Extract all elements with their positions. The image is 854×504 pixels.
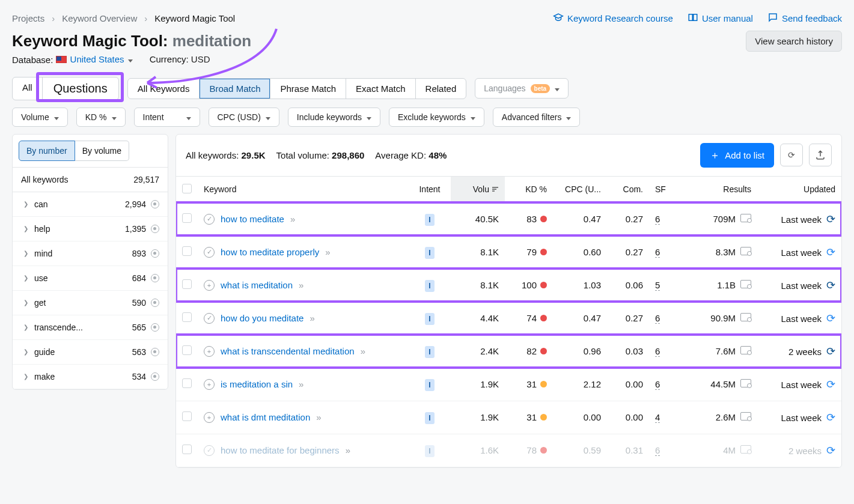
sidebar-group[interactable]: ❯can 2,994 <box>13 192 168 217</box>
crumb-projects[interactable]: Projects <box>12 13 44 23</box>
eye-icon[interactable] <box>151 274 159 282</box>
keyword-link[interactable]: how to meditate properly <box>221 247 319 257</box>
open-keyword-icon[interactable]: » <box>299 280 302 290</box>
link-send-feedback[interactable]: Send feedback <box>767 12 842 25</box>
crumb-overview[interactable]: Keyword Overview <box>62 13 137 23</box>
filter-intent[interactable]: Intent <box>134 108 200 127</box>
tab-all[interactable]: All <box>13 77 43 100</box>
sidebar-group[interactable]: ❯guide 563 <box>13 340 168 365</box>
refresh-button[interactable]: ⟳ <box>780 144 803 166</box>
sidebar-group[interactable]: ❯transcende... 565 <box>13 315 168 340</box>
plus-circle-icon[interactable] <box>204 280 215 291</box>
check-circle-icon[interactable] <box>204 445 215 456</box>
tab-phrase-match[interactable]: Phrase Match <box>270 79 346 99</box>
col-kd[interactable]: KD % <box>505 177 553 203</box>
sidebar-all-keywords[interactable]: All keywords 29,517 <box>13 168 168 192</box>
filter-include-keywords[interactable]: Include keywords <box>288 108 380 127</box>
add-to-list-button[interactable]: ＋ Add to list <box>700 143 774 168</box>
refresh-row-icon[interactable]: ⟳ <box>826 246 835 258</box>
row-checkbox[interactable] <box>182 279 192 289</box>
select-all-checkbox[interactable] <box>182 184 192 193</box>
languages-dropdown[interactable]: Languages beta <box>475 78 569 99</box>
serp-snapshot-icon[interactable] <box>740 412 751 421</box>
serp-snapshot-icon[interactable] <box>740 247 751 255</box>
col-intent[interactable]: Intent <box>409 177 451 203</box>
keyword-link[interactable]: is meditation a sin <box>221 379 293 389</box>
tab-broad-match[interactable]: Broad Match <box>200 79 270 99</box>
filter-advanced[interactable]: Advanced filters <box>493 108 581 127</box>
serp-snapshot-icon[interactable] <box>740 313 751 321</box>
keyword-link[interactable]: what is meditation <box>221 280 293 290</box>
open-keyword-icon[interactable]: » <box>316 412 319 422</box>
row-checkbox[interactable] <box>182 213 192 223</box>
row-checkbox[interactable] <box>182 246 192 256</box>
col-volume[interactable]: Volu <box>451 177 505 203</box>
check-circle-icon[interactable] <box>204 214 215 225</box>
open-keyword-icon[interactable]: » <box>361 346 364 356</box>
eye-icon[interactable] <box>151 348 159 356</box>
col-cpc[interactable]: CPC (U... <box>553 177 607 203</box>
serp-snapshot-icon[interactable] <box>740 379 751 387</box>
open-keyword-icon[interactable]: » <box>325 247 328 257</box>
filter-volume[interactable]: Volume <box>12 108 68 127</box>
tab-by-number[interactable]: By number <box>19 141 75 161</box>
eye-icon[interactable] <box>151 299 159 307</box>
tab-by-volume[interactable]: By volume <box>75 141 129 161</box>
refresh-row-icon[interactable]: ⟳ <box>826 213 835 225</box>
tab-questions[interactable]: Questions <box>43 77 118 100</box>
link-user-manual[interactable]: User manual <box>688 12 753 25</box>
serp-snapshot-icon[interactable] <box>740 445 751 454</box>
refresh-row-icon[interactable]: ⟳ <box>826 279 835 291</box>
eye-icon[interactable] <box>151 372 159 381</box>
eye-icon[interactable] <box>151 225 159 233</box>
refresh-row-icon[interactable]: ⟳ <box>826 312 835 324</box>
keyword-link[interactable]: what is transcendental meditation <box>221 346 355 356</box>
row-checkbox[interactable] <box>182 411 192 421</box>
row-checkbox[interactable] <box>182 345 192 355</box>
open-keyword-icon[interactable]: » <box>299 379 302 389</box>
col-keyword[interactable]: Keyword <box>198 177 409 203</box>
row-checkbox[interactable] <box>182 378 192 388</box>
sidebar-group[interactable]: ❯get 590 <box>13 291 168 315</box>
col-updated[interactable]: Updated <box>757 177 841 203</box>
sidebar-group[interactable]: ❯help 1,395 <box>13 217 168 241</box>
open-keyword-icon[interactable]: » <box>346 445 349 455</box>
check-circle-icon[interactable] <box>204 247 215 258</box>
eye-icon[interactable] <box>151 323 159 332</box>
keyword-link[interactable]: how do you meditate <box>221 313 303 323</box>
database-selector[interactable]: United States <box>56 54 133 64</box>
row-checkbox[interactable] <box>182 445 192 454</box>
sidebar-group[interactable]: ❯use 684 <box>13 266 168 291</box>
serp-snapshot-icon[interactable] <box>740 214 751 222</box>
view-search-history-button[interactable]: View search history <box>746 31 842 52</box>
plus-circle-icon[interactable] <box>204 379 215 390</box>
keyword-link[interactable]: how to meditate for beginners <box>221 445 340 455</box>
refresh-row-icon[interactable]: ⟳ <box>826 378 835 390</box>
filter-exclude-keywords[interactable]: Exclude keywords <box>389 108 484 127</box>
check-circle-icon[interactable] <box>204 313 215 324</box>
refresh-row-icon[interactable]: ⟳ <box>826 345 835 357</box>
eye-icon[interactable] <box>151 249 159 258</box>
col-sf[interactable]: SF <box>649 177 679 203</box>
row-checkbox[interactable] <box>182 312 192 322</box>
serp-snapshot-icon[interactable] <box>740 346 751 354</box>
keyword-link[interactable]: how to meditate <box>221 214 284 224</box>
tab-exact-match[interactable]: Exact Match <box>346 79 416 99</box>
filter-kd[interactable]: KD % <box>76 108 126 127</box>
filter-cpc[interactable]: CPC (USD) <box>209 108 279 127</box>
refresh-row-icon[interactable]: ⟳ <box>826 445 835 457</box>
sidebar-group[interactable]: ❯mind 893 <box>13 241 168 266</box>
link-research-course[interactable]: Keyword Research course <box>553 12 673 25</box>
export-button[interactable] <box>809 144 832 166</box>
serp-snapshot-icon[interactable] <box>740 280 751 288</box>
tab-related[interactable]: Related <box>416 79 466 99</box>
tab-all-keywords[interactable]: All Keywords <box>128 79 200 99</box>
col-com[interactable]: Com. <box>607 177 649 203</box>
keyword-link[interactable]: what is dmt meditation <box>221 412 310 422</box>
sidebar-group[interactable]: ❯make 534 <box>13 365 168 389</box>
open-keyword-icon[interactable]: » <box>310 313 313 323</box>
plus-circle-icon[interactable] <box>204 412 215 423</box>
col-results[interactable]: Results <box>679 177 757 203</box>
refresh-row-icon[interactable]: ⟳ <box>826 411 835 424</box>
plus-circle-icon[interactable] <box>204 346 215 357</box>
